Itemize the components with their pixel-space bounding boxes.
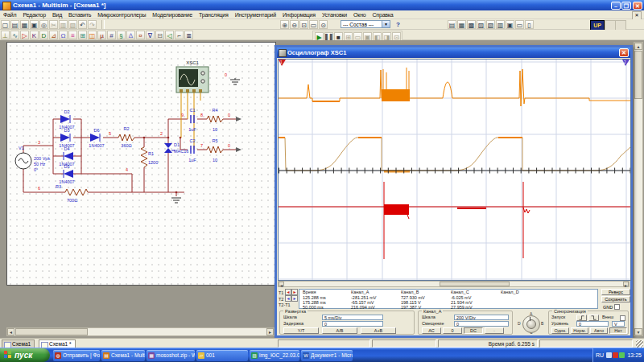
resize-grip[interactable] (636, 340, 643, 348)
misc-digital-group-icon[interactable]: ≡ (68, 31, 77, 39)
zoom-in-icon[interactable]: ⊕ (280, 20, 289, 29)
erc-icon[interactable]: ▣ (506, 20, 514, 29)
component-v1[interactable]: V1 200 Vpk 50 Hz 0° (15, 146, 50, 172)
transistor-group-icon[interactable]: K (30, 31, 39, 39)
antivirus-tray-icon[interactable] (613, 352, 618, 358)
canvas-vscrollbar[interactable]: ▲ ▼ (634, 42, 643, 336)
grapher-icon[interactable]: ▧ (486, 20, 495, 29)
rf-group-icon[interactable]: ∆ (126, 31, 135, 39)
coupling-ac-button[interactable]: AC (422, 327, 441, 334)
scope-hscrollbar[interactable]: ◄ ► (278, 281, 630, 287)
copy-icon[interactable]: ▥ (59, 20, 68, 29)
aplusb-mode-button[interactable]: A+B (361, 327, 396, 334)
menu-вид[interactable]: Вид (49, 10, 65, 19)
new-file-icon[interactable]: ▢ (1, 20, 10, 29)
trigger-none-button[interactable]: Нет (609, 327, 627, 334)
save-icon[interactable]: ▦ (20, 20, 29, 29)
menu-редактор[interactable]: Редактор (19, 10, 49, 19)
oscilloscope-window[interactable]: Осциллограф XSC1 ✕ (275, 45, 633, 338)
close-button[interactable]: ✕ (633, 2, 642, 10)
cursor-2-handle[interactable]: 2 (622, 60, 630, 66)
ext-trigger-checkbox[interactable] (620, 315, 625, 321)
trigger-auto-button[interactable]: Авто (590, 327, 608, 334)
menu-окно[interactable]: Окно (350, 10, 369, 19)
ab-mode-button[interactable]: A/B (322, 327, 357, 334)
open-file-icon[interactable]: ▤ (10, 20, 19, 29)
menu-инструментарий[interactable]: Инструментарий (232, 10, 279, 19)
spreadsheet-icon[interactable]: ▦ (457, 20, 466, 29)
redo-icon[interactable]: ↷ (88, 20, 97, 29)
database-icon[interactable]: ▩ (467, 20, 476, 29)
undo-icon[interactable]: ↶ (78, 20, 87, 29)
component-r3[interactable]: R3 700Ω (56, 184, 88, 203)
timebase-scale-field[interactable]: 5 ms/Div (322, 315, 383, 320)
menu-трансляция[interactable]: Трансляция (196, 10, 232, 19)
coupling-dc-button[interactable]: DC (464, 327, 483, 334)
yt-mode-button[interactable]: Y/T (283, 327, 319, 334)
gnd-checkbox[interactable] (614, 304, 620, 310)
component-r5[interactable]: R5 10 (207, 138, 223, 162)
analog-group-icon[interactable]: D (39, 31, 48, 39)
postprocessor-icon[interactable]: ▥ (496, 20, 505, 29)
connector-group-icon[interactable]: ⊟ (155, 31, 164, 39)
mcu-group-icon[interactable]: ◁ (165, 31, 174, 39)
hierarchical-block-icon[interactable]: ⌐ (175, 31, 184, 39)
volume-tray-icon[interactable] (606, 352, 612, 358)
taskbar-task[interactable]: ▦mososhot.zip - WinRAR (147, 350, 195, 361)
timebase-delay-field[interactable]: 0 (322, 321, 383, 327)
trigger-unit-field[interactable]: V (612, 321, 625, 327)
in-use-list-combo[interactable]: --- Состав --- ▼ (341, 20, 390, 28)
reverse-button[interactable]: Реверс (601, 289, 630, 295)
taskbar-task[interactable]: ◍Отправить | Форум... (53, 350, 100, 361)
start-button[interactable]: пуск (0, 348, 50, 362)
trigger-single-button[interactable]: Один. (551, 327, 569, 334)
ttl-group-icon[interactable]: ⊿ (49, 31, 58, 39)
area-icon[interactable]: ▭ (515, 20, 524, 29)
rising-edge-button[interactable] (576, 315, 587, 321)
menu-моделирование[interactable]: Моделирование (149, 10, 196, 19)
channel-scale-field[interactable]: 200 V/Div (454, 315, 509, 320)
falling-edge-button[interactable] (588, 315, 599, 321)
zoom-full-icon[interactable]: ⊙ (319, 20, 328, 29)
bus-icon[interactable]: ≣ (184, 31, 193, 39)
chevron-down-icon[interactable]: ▼ (382, 21, 390, 27)
wizard-icon[interactable]: ▨ (477, 20, 485, 29)
diode-group-icon[interactable]: ▷ (20, 31, 29, 39)
print-preview-icon[interactable]: ◎ (39, 20, 48, 29)
component-xsc1[interactable]: XSC1 (176, 60, 208, 93)
component-r4[interactable]: R4 10 (207, 108, 223, 132)
component-d3[interactable]: D3 1N4007 (59, 128, 74, 148)
component-c2[interactable]: C2 1uF (188, 138, 196, 162)
cursor-1-handle[interactable]: 1 (279, 60, 286, 66)
cmos-group-icon[interactable]: Ω (59, 31, 68, 39)
update-tray-icon[interactable] (619, 352, 625, 358)
paste-icon[interactable]: ▧ (68, 20, 77, 29)
electromech-group-icon[interactable]: ¤ (136, 31, 145, 39)
menu-вставить[interactable]: Вставить (65, 10, 94, 19)
ni-components-group-icon[interactable]: ∇ (146, 31, 155, 39)
zoom-fit-icon[interactable]: ▭ (309, 20, 318, 29)
menu-микроконтроллеры[interactable]: Микроконтроллеры (94, 10, 149, 19)
component-r1[interactable]: R1 1200 (141, 147, 158, 167)
advanced-peripherals-group-icon[interactable]: § (117, 31, 126, 39)
source-group-icon[interactable]: ⊥ (1, 31, 10, 39)
save-button[interactable]: Сохранить (601, 296, 630, 302)
menu-справка[interactable]: Справка (369, 10, 397, 19)
misc-group-icon[interactable]: # (107, 31, 116, 39)
component-r2[interactable]: R2 360Ω (118, 126, 134, 148)
taskbar-task[interactable]: ▤Схема1 - Multisim - [... (101, 350, 145, 361)
design-toolbox-icon[interactable]: ▤ (448, 20, 456, 29)
trigger-level-field[interactable]: 0 (576, 321, 609, 327)
t1-right-icon[interactable]: ► (291, 289, 298, 295)
language-indicator[interactable]: RU (596, 352, 604, 358)
t2-left-icon[interactable]: ◄ (285, 295, 291, 302)
breadboard-icon[interactable]: ▯ (525, 20, 534, 29)
menu-файл[interactable]: Файл (0, 10, 19, 19)
zoom-area-icon[interactable]: ⊡ (299, 20, 308, 29)
minimize-button[interactable]: – (611, 2, 621, 10)
indicator-group-icon[interactable]: ◫ (88, 31, 97, 39)
oscilloscope-titlebar[interactable]: Осциллограф XSC1 ✕ (277, 47, 630, 58)
menu-информация[interactable]: Информация (279, 10, 319, 19)
t2-right-icon[interactable]: ► (291, 295, 298, 302)
help-icon[interactable]: ? (394, 20, 402, 29)
